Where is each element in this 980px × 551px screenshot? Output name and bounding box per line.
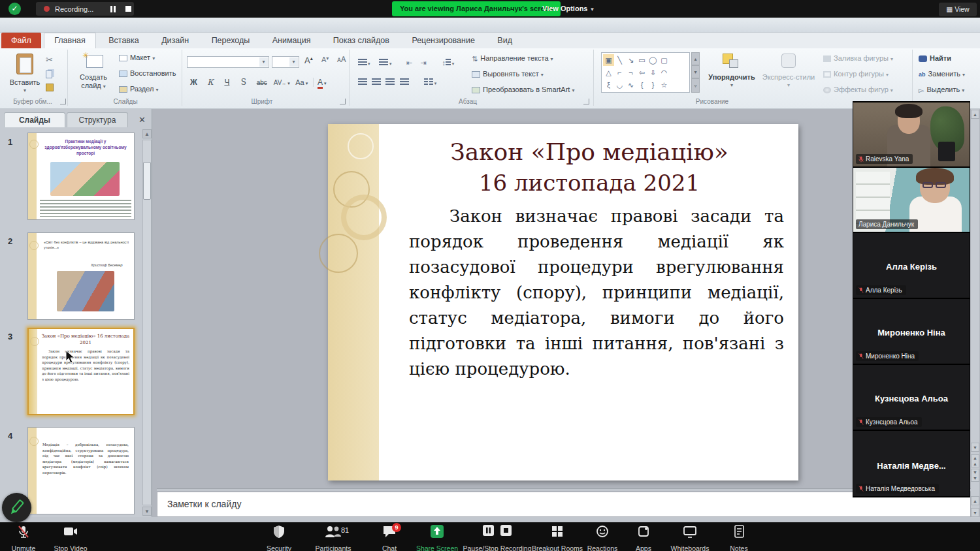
- tab-home[interactable]: Главная: [44, 33, 96, 48]
- annotation-button[interactable]: [2, 493, 31, 522]
- close-pane-icon[interactable]: ✕: [139, 115, 146, 125]
- shapes-scroll-down[interactable]: ▾: [691, 65, 700, 78]
- shape-line-icon[interactable]: ╲: [614, 54, 625, 66]
- security-button[interactable]: Security: [260, 525, 298, 541]
- font-dialog-launcher[interactable]: [340, 99, 346, 104]
- shapes-scroll-up[interactable]: ▴: [691, 52, 700, 65]
- shape-curve-icon[interactable]: ◡: [614, 79, 625, 91]
- font-color-button[interactable]: А ▾: [313, 78, 330, 87]
- whiteboards-button[interactable]: Whiteboards: [664, 525, 716, 541]
- tab-slideshow[interactable]: Показ слайдов: [323, 33, 399, 48]
- stop-video-button[interactable]: Stop Video: [47, 525, 94, 541]
- reactions-button[interactable]: Reactions: [583, 525, 622, 541]
- editor-scroll-down[interactable]: ▼: [971, 443, 979, 452]
- shape-textbox-icon[interactable]: ▣: [603, 54, 614, 66]
- notes-splitter[interactable]: [157, 488, 971, 491]
- tab-slides-pane[interactable]: Слайды: [4, 112, 65, 127]
- bold-button[interactable]: Ж: [187, 78, 201, 87]
- strikethrough-button[interactable]: abc: [253, 79, 270, 86]
- tab-design[interactable]: Дизайн: [152, 33, 199, 48]
- tab-outline-pane[interactable]: Структура: [67, 112, 128, 127]
- slide-1-thumbnail[interactable]: Практики медіації у здоров'язбережувальн…: [27, 133, 135, 220]
- text-direction-button[interactable]: ⇅Направление текста ▾: [472, 54, 553, 63]
- underline-button[interactable]: Ч: [220, 78, 234, 87]
- paragraph-dialog-launcher[interactable]: [583, 99, 589, 104]
- grow-font-button[interactable]: A▴: [304, 55, 313, 65]
- find-button[interactable]: Найти: [919, 54, 951, 62]
- shape-oval-icon[interactable]: ◯: [647, 54, 659, 66]
- zoom-view-button[interactable]: ▦ View: [939, 3, 977, 16]
- notes-scroll-up[interactable]: ▲: [971, 496, 979, 505]
- participant-tile-kuznetsova[interactable]: Кузнєцова Альоа Кузнєцова Альоа: [853, 365, 970, 430]
- pause-recording-icon[interactable]: [110, 6, 116, 12]
- slide-2-thumbnail[interactable]: «Світ без конфліктів – це відірвана від …: [27, 232, 135, 320]
- video-tile-danylchuk[interactable]: Лариса Данильчук: [853, 168, 970, 232]
- shape-outline-button[interactable]: Контур фигуры ▾: [823, 70, 889, 78]
- tab-insert[interactable]: Вставка: [99, 33, 148, 48]
- shapes-more-button[interactable]: ▿: [691, 78, 700, 93]
- pane-scroll-down[interactable]: ▼: [142, 507, 152, 516]
- shape-scribble-icon[interactable]: ξ: [603, 79, 614, 91]
- character-spacing-button[interactable]: AV↔ ▾: [273, 79, 290, 86]
- italic-button[interactable]: К: [203, 78, 217, 87]
- participants-button[interactable]: 81 Participants: [307, 525, 359, 541]
- shape-elbow-icon[interactable]: ⌐: [614, 67, 625, 78]
- shape-fill-button[interactable]: Заливка фигуры ▾: [823, 54, 893, 62]
- layout-button[interactable]: Макет ▾: [119, 54, 155, 61]
- shape-brace-right-icon[interactable]: }: [647, 79, 659, 91]
- shapes-gallery[interactable]: ▣╲↘▭◯▢ △⌐¬⇦⇩◠ ξ◡∿{}☆: [601, 52, 690, 93]
- select-button[interactable]: ▻Выделить ▾: [919, 86, 964, 95]
- next-slide-button[interactable]: ▼▼: [971, 469, 979, 482]
- pane-scrollbar-thumb[interactable]: [143, 162, 151, 200]
- increase-indent-button[interactable]: ⇥: [417, 57, 429, 69]
- line-spacing-button[interactable]: ↕: [441, 57, 452, 69]
- share-screen-button[interactable]: Share Screen: [414, 525, 460, 541]
- pause-stop-recording-button[interactable]: Pause/Stop Recording: [461, 525, 533, 537]
- section-button[interactable]: Раздел ▾: [119, 85, 158, 93]
- change-case-button[interactable]: Aa ▾: [293, 78, 310, 86]
- slide-3-thumbnail-selected[interactable]: Закон «Про медіацію» 16 листопада 2021 З…: [27, 328, 135, 415]
- shape-elbow-arrow-icon[interactable]: ¬: [625, 67, 636, 78]
- bullets-button[interactable]: [357, 57, 368, 69]
- video-tile-raievska[interactable]: Raievska Yana: [853, 102, 970, 166]
- participant-tile-medvedovska[interactable]: Наталія Медве... Наталія Медведовська: [853, 431, 970, 496]
- justify-button[interactable]: [399, 76, 410, 88]
- decrease-indent-button[interactable]: ⇤: [404, 57, 415, 69]
- font-name-combo[interactable]: ▾: [187, 56, 269, 68]
- align-center-button[interactable]: [370, 76, 382, 88]
- view-options-menu[interactable]: View Options ▼: [537, 1, 600, 16]
- participant-tile-kerizj[interactable]: Алла Керізь Алла Керізь: [853, 233, 970, 298]
- format-painter-button[interactable]: [46, 84, 54, 91]
- align-left-button[interactable]: [357, 76, 368, 88]
- breakout-rooms-button[interactable]: Breakout Rooms: [528, 525, 587, 541]
- cut-button[interactable]: ✂: [46, 55, 53, 65]
- previous-slide-button[interactable]: ▲▲: [971, 454, 979, 467]
- participant-tile-myronenko[interactable]: Мироненко Ніна Мироненко Ніна: [853, 299, 970, 364]
- shape-effects-button[interactable]: Эффекты фигур ▾: [823, 86, 893, 93]
- shape-brace-left-icon[interactable]: {: [636, 79, 647, 91]
- shape-triangle-icon[interactable]: △: [603, 67, 614, 78]
- tab-file[interactable]: Файл: [1, 33, 41, 48]
- shape-star-icon[interactable]: ☆: [659, 79, 670, 91]
- zoom-notes-button[interactable]: Notes: [721, 525, 757, 541]
- shape-rect-icon[interactable]: ▭: [636, 54, 647, 66]
- replace-button[interactable]: abЗаменить ▾: [919, 70, 965, 78]
- apps-button[interactable]: Apps: [629, 525, 659, 541]
- notes-pane[interactable]: [157, 492, 971, 517]
- shape-cloud-icon[interactable]: ◠: [659, 67, 670, 78]
- align-right-button[interactable]: [385, 76, 396, 88]
- columns-button[interactable]: [423, 76, 434, 88]
- align-text-button[interactable]: Выровнять текст ▾: [472, 70, 544, 78]
- stop-recording-icon[interactable]: [125, 6, 131, 12]
- clear-formatting-button[interactable]: 🗚: [337, 55, 346, 64]
- shape-rounded-rect-icon[interactable]: ▢: [659, 54, 670, 66]
- slide-canvas[interactable]: Закон «Про медіацію» 16 листопада 2021 З…: [328, 124, 798, 480]
- notes-scroll-down[interactable]: ▼: [971, 508, 979, 517]
- shrink-font-button[interactable]: A▾: [321, 55, 329, 63]
- font-size-combo[interactable]: ▾: [272, 56, 299, 68]
- pane-scroll-up[interactable]: ▲: [142, 129, 152, 138]
- editor-scroll-up[interactable]: ▲: [971, 110, 979, 119]
- numbering-button[interactable]: [378, 57, 389, 69]
- slide-4-thumbnail[interactable]: Медіація – добровільна, позасудова, конф…: [27, 427, 135, 514]
- clipboard-dialog-launcher[interactable]: [60, 99, 66, 104]
